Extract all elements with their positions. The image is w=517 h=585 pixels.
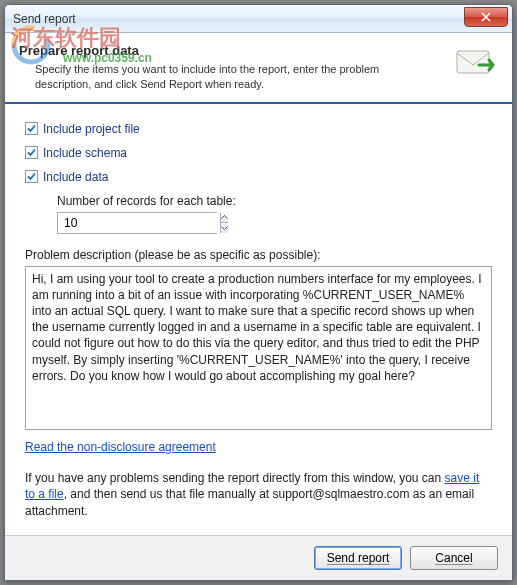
checkbox-row-schema: Include schema: [25, 146, 492, 160]
checkbox-row-data: Include data: [25, 170, 492, 184]
chevron-up-icon: [221, 215, 228, 219]
close-icon: [481, 12, 491, 22]
help-text: If you have any problems sending the rep…: [25, 470, 492, 520]
chevron-down-icon: [221, 226, 228, 230]
svg-rect-2: [457, 51, 489, 73]
check-icon: [26, 123, 37, 134]
watermark-logo: [11, 25, 51, 65]
problem-description-textarea[interactable]: [25, 266, 492, 430]
include-project-file-label: Include project file: [43, 122, 140, 136]
check-icon: [26, 171, 37, 182]
header-title: Prepare report data: [19, 43, 452, 58]
window-title: Send report: [13, 12, 76, 26]
cancel-button-label: Cancel: [435, 551, 472, 565]
help-prefix: If you have any problems sending the rep…: [25, 471, 445, 485]
button-bar: Send report Cancel: [5, 535, 512, 580]
checkbox-row-project-file: Include project file: [25, 122, 492, 136]
include-data-checkbox[interactable]: [25, 170, 38, 183]
send-report-button-label: Send report: [327, 551, 390, 565]
header-description: Specify the items you want to include in…: [19, 62, 419, 92]
problem-description-label: Problem description (please be as specif…: [25, 248, 492, 262]
cancel-button[interactable]: Cancel: [410, 546, 498, 570]
include-schema-label: Include schema: [43, 146, 127, 160]
include-project-file-checkbox[interactable]: [25, 122, 38, 135]
include-data-label: Include data: [43, 170, 108, 184]
close-button[interactable]: [464, 7, 508, 27]
send-report-dialog: Send report 河东软件园 www.pc0359.cn Prepare …: [4, 4, 513, 581]
records-spin-down[interactable]: [221, 223, 228, 233]
content-area: Include project file Include schema Incl…: [5, 104, 512, 535]
header-panel: Prepare report data Specify the items yo…: [5, 33, 512, 104]
nda-link[interactable]: Read the non-disclosure agreement: [25, 440, 216, 454]
records-input[interactable]: [58, 213, 220, 233]
records-spinner: [57, 212, 217, 234]
records-spin-up[interactable]: [221, 213, 228, 224]
send-report-button[interactable]: Send report: [314, 546, 402, 570]
help-suffix: , and then send us that file manually at…: [25, 487, 474, 518]
mail-send-icon: [452, 43, 498, 85]
title-bar: Send report: [5, 5, 512, 33]
records-label: Number of records for each table:: [57, 194, 492, 208]
include-schema-checkbox[interactable]: [25, 146, 38, 159]
check-icon: [26, 147, 37, 158]
